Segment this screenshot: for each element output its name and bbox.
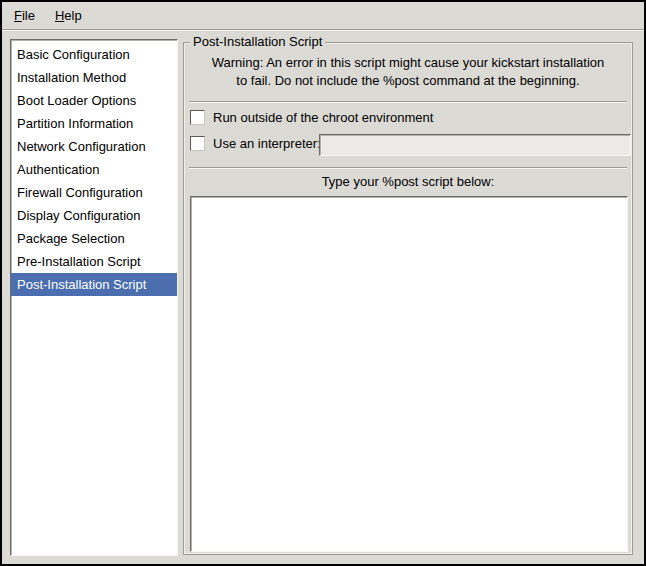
- interpreter-input[interactable]: [319, 134, 631, 156]
- sidebar-item-partition-information[interactable]: Partition Information: [11, 112, 177, 135]
- separator: [189, 101, 627, 103]
- run-outside-chroot-checkbox[interactable]: [190, 110, 205, 125]
- script-label: Type your %post script below:: [184, 174, 632, 189]
- kickstart-configurator-window: File Help Basic Configuration Installati…: [0, 0, 646, 566]
- frame-title: Post-Installation Script: [190, 34, 325, 50]
- post-installation-script-frame: Post-Installation Script Warning: An err…: [183, 42, 633, 555]
- sidebar-item-network-configuration[interactable]: Network Configuration: [11, 135, 177, 158]
- warning-text: Warning: An error in this script might c…: [184, 54, 632, 90]
- menu-file-accel: F: [14, 8, 22, 23]
- sidebar-item-package-selection[interactable]: Package Selection: [11, 227, 177, 250]
- section-list: Basic Configuration Installation Method …: [10, 39, 178, 556]
- warning-line-1: Warning: An error in this script might c…: [184, 54, 632, 72]
- use-interpreter-checkbox[interactable]: [190, 136, 205, 151]
- sidebar-item-boot-loader-options[interactable]: Boot Loader Options: [11, 89, 177, 112]
- sidebar-item-basic-configuration[interactable]: Basic Configuration: [11, 43, 177, 66]
- menu-help[interactable]: Help: [45, 3, 92, 28]
- post-script-textarea[interactable]: [190, 196, 628, 552]
- sidebar-item-pre-installation-script[interactable]: Pre-Installation Script: [11, 250, 177, 273]
- chroot-checkbox-row: Run outside of the chroot environment: [190, 109, 433, 126]
- menu-help-accel: H: [55, 8, 64, 23]
- menu-file-rest: ile: [22, 8, 35, 23]
- menu-help-rest: elp: [64, 8, 81, 23]
- separator: [189, 167, 627, 169]
- warning-line-2: to fail. Do not include the %post comman…: [184, 72, 632, 90]
- sidebar-item-authentication[interactable]: Authentication: [11, 158, 177, 181]
- sidebar-item-firewall-configuration[interactable]: Firewall Configuration: [11, 181, 177, 204]
- sidebar-item-installation-method[interactable]: Installation Method: [11, 66, 177, 89]
- sidebar-item-post-installation-script[interactable]: Post-Installation Script: [11, 273, 177, 296]
- menu-file[interactable]: File: [4, 3, 45, 28]
- run-outside-chroot-label[interactable]: Run outside of the chroot environment: [213, 110, 433, 125]
- menubar: File Help: [2, 2, 644, 30]
- sidebar-item-display-configuration[interactable]: Display Configuration: [11, 204, 177, 227]
- interpreter-checkbox-row: Use an interpreter:: [190, 135, 321, 152]
- use-interpreter-label[interactable]: Use an interpreter:: [213, 136, 321, 151]
